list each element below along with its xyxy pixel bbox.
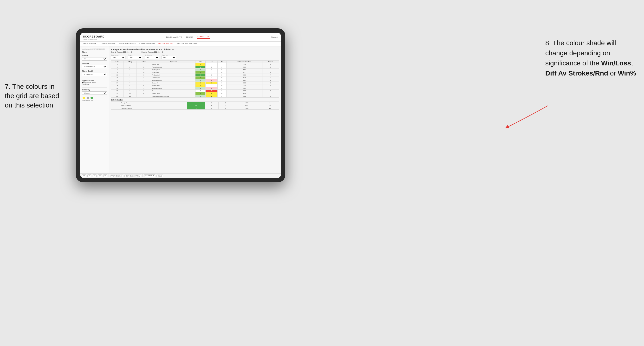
ood-table-cell: 2 (261, 102, 279, 104)
table-cell: 1 (195, 76, 205, 79)
table-cell: Federica Domecq Lacroze (151, 95, 195, 98)
sign-out[interactable]: Sign out (271, 36, 278, 38)
table-cell: Jessica Huang (151, 79, 195, 82)
table-cell: 16 (111, 87, 124, 90)
table-cell: 0 (218, 90, 226, 92)
legend-dot-down (82, 97, 85, 99)
table-cell: 1.25 (226, 84, 262, 87)
ood-table-cell: 15 (187, 104, 205, 107)
table-cell: 1 (206, 90, 218, 92)
table-cell: 5 (111, 66, 124, 69)
table-cell: Esther Lee (151, 63, 195, 66)
table-row: 1474Eunice Yi2200.389 (111, 82, 279, 84)
cut-btn[interactable]: ✂ (103, 174, 107, 177)
radio-top100[interactable]: Top 100 (82, 84, 107, 85)
overall-record: Overall Record: 353 - 34 - 6 (111, 51, 132, 53)
table-cell: Sharon Mun (151, 71, 195, 74)
player-rank-label: Player (Rank) (82, 70, 107, 72)
division-select[interactable]: NCAA Division III (82, 65, 107, 68)
tab-player-h2h-grid[interactable]: PLAYER H2H GRID (158, 42, 174, 45)
table-cell: 1 (195, 71, 205, 74)
tab-team-h2h-grid[interactable]: TEAM H2H GRID (101, 42, 115, 45)
table-cell: Sydney Kuo (151, 69, 195, 71)
table-cell: 1 (123, 71, 136, 74)
toolbar-sep2 (142, 174, 143, 177)
table-cell: 4 (195, 92, 205, 95)
player-section: Player (82, 51, 107, 53)
redo-btn[interactable]: ↪ (93, 174, 96, 177)
table-cell: 1 (195, 66, 205, 69)
nav-tournaments[interactable]: TOURNAMENTS (166, 36, 182, 38)
table-cell: -0.94 (226, 87, 262, 90)
col-loss: Loss (206, 61, 218, 63)
view-original-btn[interactable]: View: Original (110, 174, 123, 177)
conference-select[interactable]: (All) (145, 56, 159, 59)
nav-committee[interactable]: COMMITTEE (197, 36, 210, 39)
tab-player-summary[interactable]: PLAYER SUMMARY (139, 42, 155, 45)
table-cell: Stella Cheng (151, 84, 195, 87)
table-cell: 10 (111, 74, 124, 76)
table-cell: 2 (206, 82, 218, 84)
filter-opponents: Opponents: (All) (111, 54, 126, 59)
save-custom-btn[interactable]: Save Custom View (124, 174, 141, 177)
tab-team-summary[interactable]: TEAM SUMMARY (83, 42, 98, 45)
timestamp: Last Updated: 27/03/2024 16:55:38 (82, 48, 107, 50)
logo: SCOREBOARD (83, 35, 104, 38)
opponent-view-label: Opponent view (82, 80, 107, 81)
table-row: 1063Andrea York2004.004 (111, 74, 279, 76)
col-div: # Div (111, 61, 124, 63)
tablet-frame: SCOREBOARD Powered by clippd TOURNAMENTS… (76, 28, 285, 182)
opponents-select[interactable]: (All) (111, 56, 126, 59)
gender-select[interactable]: Women's (82, 57, 107, 61)
nav-teams[interactable]: TEAMS (186, 36, 193, 38)
table-cell: 1 (123, 87, 136, 90)
table-cell: 3 (262, 71, 279, 74)
table-cell: 2 (123, 66, 136, 69)
col-opponent: Opponent (151, 61, 195, 63)
table-cell: 11 (123, 92, 136, 95)
table-cell: 4 (262, 74, 279, 76)
table-cell: 3.33 (226, 76, 262, 79)
table-cell: 6 (136, 92, 151, 95)
table-cell: 1 (206, 95, 218, 98)
table-row: 311Esther Lee1011.504 (111, 63, 279, 66)
gender-section: Gender Women's (82, 55, 107, 61)
ood-table-cell: 5 (187, 107, 205, 110)
watch-btn[interactable]: 👁 Watch ▾ (144, 174, 155, 177)
col-win: Win (195, 61, 205, 63)
opponent-select[interactable]: (All) (162, 56, 176, 59)
share-btn[interactable]: Share (156, 174, 164, 177)
undo2-btn[interactable]: ↩ (88, 174, 91, 177)
logo-area: SCOREBOARD Powered by clippd (83, 34, 104, 40)
region-select[interactable]: (All) (128, 56, 142, 59)
radio-opponents-played[interactable]: Opponents Played (82, 82, 107, 83)
table-cell: 0 (218, 95, 226, 98)
table-cell: Andrea York (151, 74, 195, 76)
grid-btn[interactable]: ⊞ (98, 174, 102, 177)
table-cell: 1 (123, 76, 136, 79)
table-cell: 0 (218, 87, 226, 90)
ood-table-cell: 4.500 (232, 102, 261, 104)
grid-area: Katelyn Vo Head-to-Head Grid for Women's… (109, 46, 281, 173)
ood-table-cell: Foreign Team (120, 102, 187, 104)
table-cell: 11 (111, 76, 124, 79)
tab-team-h2h-heatmap[interactable]: TEAM H2H HEATMAP (118, 42, 136, 45)
ood-table-cell: 0 (205, 104, 218, 107)
ood-table-row: NAIA Division 115009.26730 (111, 104, 279, 107)
table-cell: 0 (218, 76, 226, 79)
table-cell: 0 (218, 79, 226, 82)
gender-label: Gender (82, 55, 107, 56)
colour-by-select[interactable]: Win/loss (82, 91, 107, 95)
table-cell: 0 (206, 76, 218, 79)
undo-btn[interactable]: ↩ (82, 174, 86, 177)
table-cell: 2 (206, 87, 218, 90)
table-cell: 4.00 (226, 74, 262, 76)
opponents-label: Opponents: (111, 54, 126, 56)
table-cell: 2 (136, 90, 151, 92)
table-cell: Heejo Hyun (151, 76, 195, 79)
player-rank-select[interactable]: 8. Katelyn Vo (82, 73, 107, 76)
table-cell: 0 (206, 84, 218, 87)
table-cell: 20 (111, 92, 124, 95)
tab-player-h2h-heatmap[interactable]: PLAYER H2H HEATMAP (177, 42, 198, 45)
ood-table-cell (111, 104, 120, 107)
